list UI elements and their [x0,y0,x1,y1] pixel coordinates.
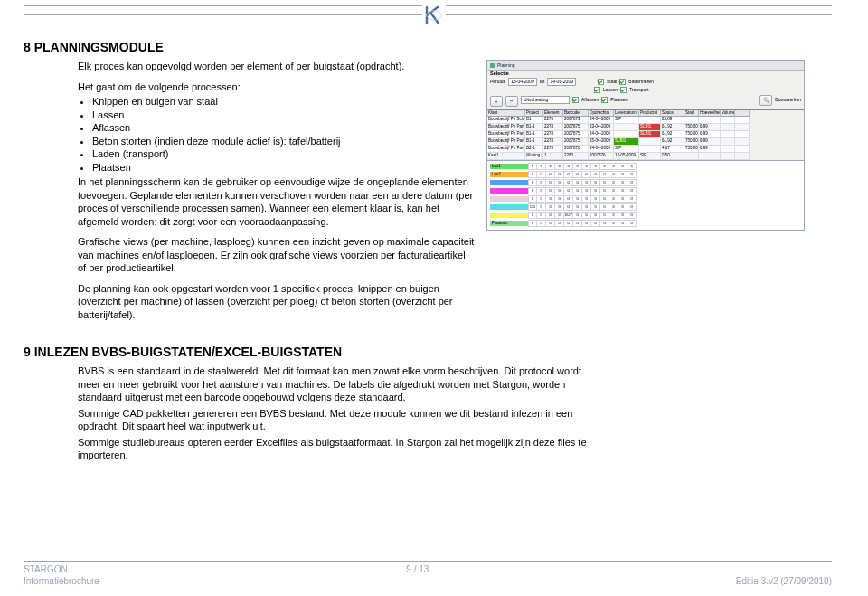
capacity-row: Las2000000000000 [490,171,801,178]
cell [614,124,639,131]
checkbox-battermeren[interactable] [619,79,626,85]
th[interactable]: Hoeveelheid Beton [699,110,721,118]
cell: 1 [543,153,563,160]
cell: 0,50 [661,153,684,160]
th[interactable]: Status [661,110,684,118]
checkbox-transport[interactable] [620,87,627,93]
th[interactable]: Volume [721,110,735,118]
capacity-cell: 0 [546,212,555,219]
capacity-cell: 0 [537,203,546,211]
table-row[interactable]: Bouwbedrijf Ph Parking GentbB1-122782007… [487,138,804,146]
capacity-cell: 0 [555,179,564,186]
footer-page-number: 9 / 13 [406,564,429,576]
cell [721,131,735,138]
capacity-cell: 0 [618,212,627,219]
periode-label: Periode [490,80,505,84]
cell: 750,00 [684,138,699,146]
capacity-cell: 0 [528,163,537,170]
checkbox-lassen[interactable] [594,87,600,93]
cell [735,146,750,153]
capacity-cell: 0 [537,179,546,186]
date-from-input[interactable]: 13-04-2009 [508,78,537,86]
table-row[interactable]: Bouwbedrijf Ph Parking GentbB1-122782007… [487,131,804,138]
remove-button[interactable]: − [505,96,518,107]
capacity-cell: 0 [573,179,582,186]
th[interactable]: Leverdatum [614,110,639,118]
cell: Bouwbedrijf Ph Schiltbdaag [487,117,525,124]
cell [735,131,750,138]
cell: SLBI1 [614,138,639,146]
capacity-row: 13500000000000 [490,203,801,211]
cell: 4,67 [661,146,684,153]
capacity-cell: 0 [582,163,591,170]
capacity-cell: 0 [618,203,627,211]
cell: 750,00 [684,131,699,138]
list-item: Knippen en buigen van staal [92,95,476,109]
th[interactable]: Element [543,110,563,118]
checkbox-plaatsen[interactable] [601,97,608,103]
capacity-cell: 0 [591,212,600,219]
date-to-input[interactable]: 14-06-2009 [547,78,576,86]
cell: 6,99 [699,124,721,131]
cell: 2276 [543,117,563,124]
section-8-intro: Elk proces kan opgevolgd worden per elem… [78,60,476,73]
add-button[interactable]: + [490,96,503,107]
cell: 61,92 [661,131,684,138]
cell: SIP [614,146,639,153]
capacity-cell: 0 [609,171,618,178]
capacity-cell: 135 [528,203,537,211]
cell: 6,99 [699,138,721,146]
capacity-cell: 0 [555,195,564,203]
cell: Woning Loc1 [525,153,543,160]
uitscheiding-input[interactable]: Uitscheiding [521,96,570,104]
th[interactable] [735,110,750,118]
capacity-cell: 0 [546,163,555,170]
cell: Bouwbedrijf Ph Parking Gentb [487,124,525,131]
cell: 2280 [563,153,589,160]
capacity-cell: 1627 [564,212,573,219]
capacity-cell: 0 [546,220,555,227]
th[interactable]: Barcode [563,110,589,118]
checkbox-label: Plaatsen [610,98,627,102]
cell: 61,92 [661,138,684,146]
capacity-cell: 0 [627,203,637,211]
cell [735,124,750,131]
capacity-cell: 0 [627,163,637,170]
capacity-label [490,213,528,218]
cell: 23-04-2009 [589,124,614,131]
capacity-cell: 0 [537,163,546,170]
checkbox-label: Lassen [603,88,618,92]
cell: 2279 [543,146,563,153]
capacity-cell: 0 [591,171,600,178]
cell: SLBI1 [639,124,661,131]
table-row[interactable]: Kast1Woning Loc112280200787612-05-2009SI… [487,153,804,160]
capacity-cell: 0 [627,195,637,203]
cell: 2007875 [563,138,589,146]
checkbox-staal[interactable] [598,79,604,85]
capacity-cell: 0 [600,179,609,186]
search-button[interactable]: 🔍 [760,95,772,106]
th[interactable]: Klant [487,110,525,118]
cell: Bouwbedrijf Ph Parking Gentb [487,146,525,153]
th[interactable]: Project [525,110,543,118]
capacity-cell: 0 [609,212,618,219]
checkbox-aflassen[interactable] [572,97,579,103]
capacity-cell: 0 [591,203,600,211]
capacity-cell: 0 [528,171,537,178]
table-row[interactable]: Bouwbedrijf Ph Parking GentbB1-122782007… [487,124,804,131]
table-row[interactable]: Bouwbedrijf Ph Parking GentbB2-122792007… [487,146,804,153]
capacity-cell: 0 [546,187,555,194]
capacity-cell: 0 [591,220,600,227]
th[interactable]: Staal [684,110,699,118]
cell: 2007873 [563,117,589,124]
th[interactable]: Opdrachta [589,110,614,118]
capacity-cell: 0 [573,212,582,219]
th[interactable]: Productst [639,110,661,118]
capacity-cell: 0 [546,171,555,178]
cell: 750,00 [684,124,699,131]
capacity-cell: 0 [564,187,573,194]
capacity-cell: 0 [627,187,637,194]
table-row[interactable]: Bouwbedrijf Ph SchiltbdaagB1227620078732… [487,117,804,124]
section-9-para-3: Sommige studiebureaus opteren eerder Exc… [78,436,602,462]
capacity-cell: 0 [555,163,564,170]
